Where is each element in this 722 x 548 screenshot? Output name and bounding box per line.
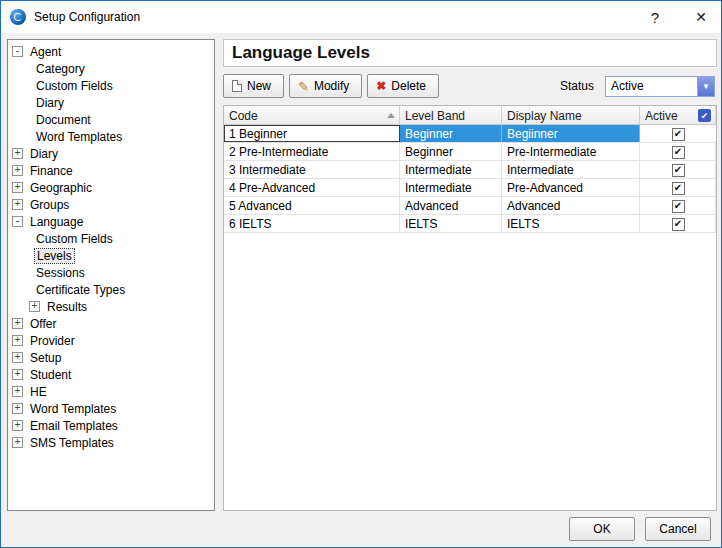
cell-display-name[interactable]: Intermediate [502, 161, 640, 178]
tree-item-agent-word-templates[interactable]: Word Templates [8, 128, 214, 145]
sort-ascending-icon [387, 113, 395, 118]
cell-code[interactable]: 2 Pre-Intermediate [224, 143, 400, 160]
cell-code[interactable]: 3 Intermediate [224, 161, 400, 178]
status-select[interactable]: Active ▼ [605, 76, 715, 97]
column-header-active[interactable]: Active ✔ [640, 106, 716, 124]
tree-item-language-results[interactable]: +Results [8, 298, 214, 315]
tree-item-label: Diary [34, 96, 66, 110]
tree-item-agent-document[interactable]: Document [8, 111, 214, 128]
tree-item-agent-diary[interactable]: Diary [8, 94, 214, 111]
tree-item-language-sessions[interactable]: Sessions [8, 264, 214, 281]
active-checkbox[interactable]: ✔ [672, 146, 685, 159]
active-checkbox[interactable]: ✔ [672, 200, 685, 213]
tree-item-geographic[interactable]: +Geographic [8, 179, 214, 196]
cell-level-band[interactable]: Intermediate [400, 161, 502, 178]
cell-level-band[interactable]: Intermediate [400, 179, 502, 196]
table-row[interactable]: 6 IELTS IELTS IELTS ✔ [224, 215, 716, 233]
expand-icon[interactable]: + [12, 199, 23, 210]
tree-item-agent[interactable]: -Agent [8, 43, 214, 60]
close-button[interactable]: ✕ [681, 1, 721, 33]
cell-display-name[interactable]: IELTS [502, 215, 640, 232]
tree-item-finance[interactable]: +Finance [8, 162, 214, 179]
window-title: Setup Configuration [34, 10, 140, 24]
new-document-icon [232, 80, 242, 92]
table-row[interactable]: 1 Beginner Beginner Begiinner ✔ [224, 125, 716, 143]
delete-button[interactable]: ✖ Delete [367, 74, 439, 98]
tree-item-language-custom-fields[interactable]: Custom Fields [8, 230, 214, 247]
tree-item-offer[interactable]: +Offer [8, 315, 214, 332]
column-header-level-band[interactable]: Level Band [400, 106, 502, 124]
expand-icon[interactable]: + [12, 437, 23, 448]
ok-button[interactable]: OK [569, 517, 635, 541]
tree-item-student[interactable]: +Student [8, 366, 214, 383]
tree-item-label: Word Templates [28, 402, 118, 416]
cancel-button[interactable]: Cancel [645, 517, 711, 541]
expand-icon[interactable]: + [12, 369, 23, 380]
tree-item-label: Groups [28, 198, 71, 212]
active-checkbox[interactable]: ✔ [672, 128, 685, 141]
table-row[interactable]: 4 Pre-Advanced Intermediate Pre-Advanced… [224, 179, 716, 197]
tree-item-sms-templates[interactable]: +SMS Templates [8, 434, 214, 451]
table-row[interactable]: 2 Pre-Intermediate Beginner Pre-Intermed… [224, 143, 716, 161]
cell-level-band[interactable]: Beginner [400, 125, 502, 142]
cell-display-name[interactable]: Begiinner [502, 125, 640, 142]
cell-level-band[interactable]: Beginner [400, 143, 502, 160]
tree-item-language-levels[interactable]: Levels [8, 247, 214, 264]
cell-code[interactable]: 5 Advanced [224, 197, 400, 214]
cell-code[interactable]: 1 Beginner [224, 125, 400, 142]
cell-display-name[interactable]: Advanced [502, 197, 640, 214]
active-checkbox[interactable]: ✔ [672, 164, 685, 177]
tree-item-label: Email Templates [28, 419, 120, 433]
tree-item-provider[interactable]: +Provider [8, 332, 214, 349]
expand-icon[interactable]: + [12, 318, 23, 329]
tree-item-language[interactable]: -Language [8, 213, 214, 230]
tree-item-language-certificate-types[interactable]: Certificate Types [8, 281, 214, 298]
tree-item-groups[interactable]: +Groups [8, 196, 214, 213]
expand-icon[interactable]: + [12, 403, 23, 414]
column-header-code[interactable]: Code [224, 106, 400, 124]
tree-item-setup[interactable]: +Setup [8, 349, 214, 366]
tree-item-label: Custom Fields [34, 79, 115, 93]
delete-x-icon: ✖ [376, 80, 386, 92]
modify-button[interactable]: ✎ Modify [289, 74, 362, 98]
tree-item-agent-category[interactable]: Category [8, 60, 214, 77]
help-button[interactable]: ? [635, 1, 675, 33]
expand-icon[interactable]: + [29, 301, 40, 312]
expand-icon[interactable]: + [12, 352, 23, 363]
tree-item-agent-custom-fields[interactable]: Custom Fields [8, 77, 214, 94]
expand-icon[interactable]: + [12, 335, 23, 346]
cell-level-band[interactable]: IELTS [400, 215, 502, 232]
expand-icon[interactable]: + [12, 420, 23, 431]
tree-item-he[interactable]: +HE [8, 383, 214, 400]
expand-icon[interactable]: + [12, 165, 23, 176]
tree-item-diary[interactable]: +Diary [8, 145, 214, 162]
cell-code[interactable]: 6 IELTS [224, 215, 400, 232]
cell-active: ✔ [640, 215, 716, 232]
page-title: Language Levels [232, 43, 370, 63]
table-row[interactable]: 3 Intermediate Intermediate Intermediate… [224, 161, 716, 179]
column-header-display-name[interactable]: Display Name [502, 106, 640, 124]
modify-button-label: Modify [314, 79, 349, 93]
active-checkbox[interactable]: ✔ [672, 182, 685, 195]
collapse-icon[interactable]: - [12, 216, 23, 227]
cell-display-name[interactable]: Pre-Intermediate [502, 143, 640, 160]
expand-icon[interactable]: + [12, 386, 23, 397]
tree-item-email-templates[interactable]: +Email Templates [8, 417, 214, 434]
active-checkbox[interactable]: ✔ [672, 218, 685, 231]
content-panel: Language Levels New ✎ Modify ✖ Delete St… [223, 39, 717, 511]
cell-code[interactable]: 4 Pre-Advanced [224, 179, 400, 196]
collapse-icon[interactable]: - [12, 46, 23, 57]
expand-icon[interactable]: + [12, 148, 23, 159]
new-button[interactable]: New [223, 74, 284, 98]
expand-icon[interactable]: + [12, 182, 23, 193]
table-row[interactable]: 5 Advanced Advanced Advanced ✔ [224, 197, 716, 215]
cell-level-band[interactable]: Advanced [400, 197, 502, 214]
tree-item-word-templates[interactable]: +Word Templates [8, 400, 214, 417]
tree-item-label: Offer [28, 317, 58, 331]
cell-display-name[interactable]: Pre-Advanced [502, 179, 640, 196]
tree-item-label: Levels [34, 248, 75, 264]
tree-item-label: Provider [28, 334, 77, 348]
setup-configuration-dialog: Setup Configuration ? ✕ -Agent Category … [0, 0, 722, 548]
cell-active: ✔ [640, 125, 716, 142]
filter-icon[interactable]: ✔ [698, 109, 711, 122]
